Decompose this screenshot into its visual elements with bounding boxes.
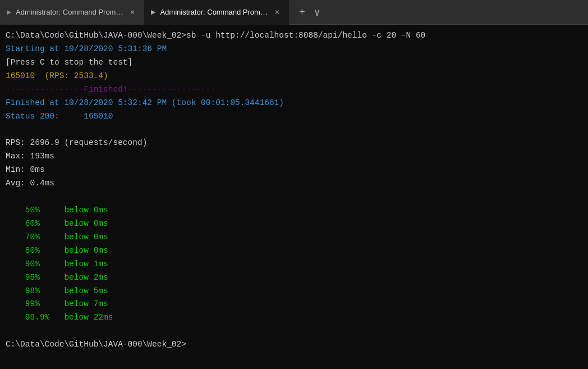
tab-1[interactable]: ▶ Administrator: Command Prom… ✕ xyxy=(0,0,144,25)
percentile-row: 80% below 0ms xyxy=(6,244,582,258)
percentiles-container: 50% below 0ms 60% below 0ms 70% below 0m… xyxy=(6,204,582,325)
terminal: C:\Data\Code\GitHub\JAVA-000\Week_02>sb … xyxy=(0,25,588,369)
tab-2[interactable]: ▶ Administrator: Command Prom… ✕ xyxy=(144,0,288,25)
status-line: Status 200: 165010 xyxy=(6,110,582,124)
percentile-row: 99.9% below 22ms xyxy=(6,311,582,325)
add-tab-button[interactable]: + xyxy=(296,4,309,20)
blank-1 xyxy=(6,123,582,136)
percentile-row: 70% below 0ms xyxy=(6,231,582,244)
avg-line: Avg: 0.4ms xyxy=(6,177,582,190)
finished-bar-line: ----------------Finished!---------------… xyxy=(6,83,582,97)
taskbar: ▶ Administrator: Command Prom… ✕ ▶ Admin… xyxy=(0,0,588,25)
blank-3 xyxy=(6,325,582,338)
percentile-row: 90% below 1ms xyxy=(6,258,582,271)
max-line: Max: 193ms xyxy=(6,150,582,163)
min-line: Min: 0ms xyxy=(6,163,582,177)
percentile-row: 50% below 0ms xyxy=(6,204,582,217)
tab-2-close[interactable]: ✕ xyxy=(272,7,282,17)
percentile-row: 95% below 2ms xyxy=(6,271,582,285)
press-c-line: [Press C to stop the test] xyxy=(6,56,582,70)
finished-at-line: Finished at 10/28/2020 5:32:42 PM (took … xyxy=(6,97,582,110)
tab-actions: + ∨ xyxy=(291,4,328,21)
command-line: C:\Data\Code\GitHub\JAVA-000\Week_02>sb … xyxy=(6,29,582,43)
starting-line: Starting at 10/28/2020 5:31:36 PM xyxy=(6,43,582,56)
tab-1-label: Administrator: Command Prom… xyxy=(16,8,123,16)
tab-dropdown-button[interactable]: ∨ xyxy=(311,4,324,21)
prompt-line: C:\Data\Code\GitHub\JAVA-000\Week_02> xyxy=(6,338,582,352)
blank-2 xyxy=(6,190,582,204)
rps-live-line: 165010 (RPS: 2533.4) xyxy=(6,70,582,83)
tab-1-icon: ▶ xyxy=(7,8,11,16)
percentile-row: 99% below 7ms xyxy=(6,298,582,311)
rps-stats-line: RPS: 2696.9 (requests/second) xyxy=(6,136,582,150)
percentile-row: 60% below 0ms xyxy=(6,217,582,231)
percentile-row: 98% below 5ms xyxy=(6,285,582,298)
tab-2-icon: ▶ xyxy=(151,8,155,16)
tab-1-close[interactable]: ✕ xyxy=(127,7,137,17)
tab-2-label: Administrator: Command Prom… xyxy=(160,8,267,16)
